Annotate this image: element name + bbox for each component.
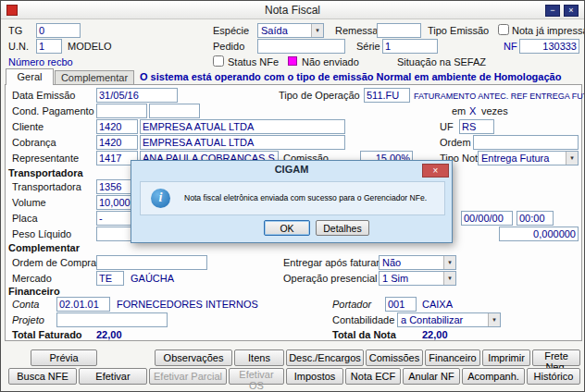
operacao-presencial-value: 1 Sim (382, 273, 408, 284)
un-label: U.N. (8, 41, 29, 52)
dialog-detalhes-button[interactable]: Detalhes (316, 220, 369, 236)
cobranca-code-input[interactable] (96, 135, 138, 150)
operacao-presencial-select[interactable]: 1 Sim ▾ (379, 271, 456, 286)
conta-code-input[interactable] (56, 297, 110, 312)
status-nfe-checkbox[interactable] (213, 55, 224, 67)
contabilidade-value: a Contabilizar (401, 314, 463, 325)
desc-encargos-button[interactable]: Desc./Encargos (286, 349, 364, 366)
complementar-section-label: Complementar (8, 242, 80, 253)
observacoes-button[interactable]: Observações (155, 349, 232, 366)
tipo-operacao-input[interactable] (364, 88, 410, 103)
projeto-label: Projeto (12, 314, 44, 325)
imprimir-button[interactable]: Imprimir (482, 349, 530, 366)
portador-label: Portador (332, 299, 371, 310)
conta-label: Conta (12, 299, 39, 310)
mercado-label: Mercado (12, 273, 52, 284)
anular-nf-button[interactable]: Anular NF (403, 368, 460, 385)
emission-mode-status-message: O sistema está operando com o tipo de em… (140, 71, 561, 82)
data-emissao-input[interactable] (96, 88, 178, 103)
nota-ja-impressa-checkbox[interactable] (498, 24, 509, 35)
title-bar[interactable]: Nota Fiscal − × (1, 1, 584, 19)
chevron-down-icon: ▾ (443, 256, 455, 269)
vezes-label: vezes (481, 105, 508, 116)
efetivar-os-button: Efetivar OS (229, 368, 284, 385)
tipo-operacao-label: Tipo de Operação (279, 90, 360, 101)
entregar-apos-label: Entregar após faturar (283, 257, 380, 268)
un-input[interactable] (36, 39, 62, 54)
cliente-code-input[interactable] (96, 119, 138, 134)
cobranca-name-input[interactable] (140, 135, 345, 150)
efetivar-button[interactable]: Efetivar (79, 368, 147, 385)
nf-label: NF (504, 41, 517, 52)
operacao-presencial-label: Operação presencial (283, 273, 378, 284)
tab-complementar[interactable]: Complementar (55, 70, 134, 85)
especie-label: Espécie (213, 25, 249, 36)
projeto-input[interactable] (56, 312, 168, 327)
transportadora-section-label: Transportadora (8, 167, 83, 178)
nfe-status-swatch-icon (288, 56, 297, 66)
historico-button[interactable]: Histórico (527, 368, 580, 385)
tg-label: TG (8, 25, 22, 36)
portador-name: CAIXA (422, 299, 453, 310)
mercado-code-input[interactable] (96, 271, 124, 286)
close-icon[interactable]: × (564, 5, 579, 17)
dialog-close-icon[interactable]: × (422, 164, 449, 178)
previa-button[interactable]: Prévia (31, 349, 97, 366)
mercado-name: GAÚCHA (131, 273, 174, 284)
itens-button[interactable]: Itens (234, 349, 284, 366)
busca-nfe-button[interactable]: Busca NFE (8, 368, 77, 385)
total-nota-value: 22,00 (422, 329, 448, 340)
hora-saida-input[interactable] (517, 211, 554, 226)
remessa-label: Remessa (335, 25, 378, 36)
ordem-compra-input[interactable] (96, 255, 207, 270)
dialog-ok-button[interactable]: OK (264, 220, 310, 236)
especie-value: Saída (261, 25, 288, 36)
tipo-operacao-desc: FATURAMENTO ANTEC. REF ENTREGA FUTURA (414, 92, 585, 101)
nota-ecf-button[interactable]: Nota ECF (345, 368, 401, 385)
comissoes-button[interactable]: Comissões (366, 349, 423, 366)
remessa-input[interactable] (377, 23, 421, 38)
pedido-input[interactable] (257, 39, 345, 54)
serie-input[interactable] (382, 39, 438, 54)
efetivar-parcial-button: Efetivar Parcial (149, 368, 227, 385)
minimize-icon[interactable]: − (545, 5, 560, 17)
entregar-apos-select[interactable]: Não ▾ (379, 255, 456, 270)
ordem-input[interactable] (473, 135, 579, 150)
contabilidade-label: Contabilidade (332, 314, 394, 325)
situacao-sefaz-label: Situação na SEFAZ (397, 56, 486, 67)
cond-pagamento-input-2[interactable] (149, 104, 200, 118)
especie-select[interactable]: Saída ▾ (257, 23, 324, 38)
acompanh-button[interactable]: Acompanh. (462, 368, 525, 385)
total-nota-label: Total da Nota (332, 329, 396, 340)
peso-right-input[interactable] (499, 227, 579, 241)
tipo-nota-select[interactable]: Entrega Futura ▾ (478, 151, 579, 165)
entregar-apos-value: Não (382, 257, 401, 268)
tipo-emissao-label: Tipo Emissão (428, 25, 489, 36)
dialog-title: CIGAM (131, 164, 452, 175)
data-saida-input[interactable] (461, 211, 513, 226)
peso-liquido-label: Peso Líquido (12, 228, 71, 239)
nota-ja-impressa-label: Nota já impressa (512, 25, 585, 36)
ordem-compra-label: Ordem de Compra (12, 257, 96, 268)
status-nfe-label: Status NFe (228, 56, 279, 67)
tg-input[interactable] (36, 23, 81, 38)
placa-label: Placa (12, 213, 38, 224)
portador-code-input[interactable] (385, 297, 417, 312)
cigam-message-dialog: CIGAM × i Nota fiscal eletrônica enviada… (131, 160, 453, 243)
numero-recbo-label: Número recbo (8, 56, 73, 67)
contabilidade-select[interactable]: a Contabilizar ▾ (397, 312, 501, 327)
financeiro-button[interactable]: Financeiro (425, 349, 480, 366)
tab-geral[interactable]: Geral (6, 68, 54, 85)
total-faturado-label: Total Faturado (12, 329, 82, 340)
uf-input[interactable] (459, 119, 494, 134)
impostos-button[interactable]: Impostos (286, 368, 343, 385)
nao-enviado-label: Não enviado (302, 56, 359, 67)
chevron-down-icon: ▾ (311, 24, 323, 37)
cond-pagamento-input-1[interactable] (96, 104, 147, 118)
chevron-down-icon: ▾ (566, 152, 578, 165)
frete-neg-button[interactable]: Frete Neg. (532, 349, 580, 366)
cliente-name-input[interactable] (140, 119, 345, 134)
window-title: Nota Fiscal (1, 4, 584, 17)
nf-input[interactable] (519, 39, 579, 54)
info-icon: i (151, 189, 170, 208)
